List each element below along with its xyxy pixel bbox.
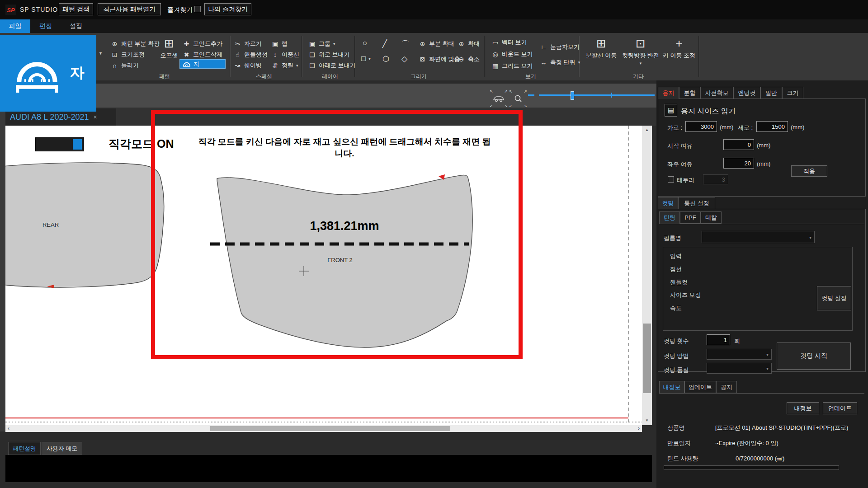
menu-tab-edit[interactable]: 편집 (30, 19, 61, 33)
update-button[interactable]: 업데이트 (823, 402, 857, 414)
ribbon-item-group[interactable]: ▣ 그룹 ▾ (308, 40, 335, 48)
ribbon-item-bound-view[interactable]: ◎ 바운드 보기 (491, 50, 533, 58)
ribbon-item-line-tool[interactable]: ╱ (382, 39, 387, 48)
cutting-method-dropdown[interactable]: ▾ (707, 349, 772, 360)
printer-icon: ▤ (668, 106, 674, 114)
ribbon-item-diamond-tool[interactable]: ◇ (401, 54, 407, 64)
tab-user-memo[interactable]: 사용자 메모 (42, 442, 82, 455)
tab-cutting[interactable]: 컷팅 (658, 197, 678, 209)
ribbon-item-cut[interactable]: ✂ 자르기 (234, 40, 262, 48)
paper-height-input[interactable] (756, 121, 788, 132)
ribbon-item-point-add[interactable]: ✚ 포인트추가 (183, 40, 222, 48)
ribbon-item-circle-tool[interactable]: ○ (363, 39, 367, 48)
pattern-search-button[interactable]: 패턴 검색 (59, 3, 93, 15)
ribbon-item-split-move[interactable]: ⊞ 분할선 이동 (583, 37, 619, 60)
ribbon-item-zoom-out[interactable]: ⊖ 축소 (458, 55, 480, 63)
ribbon-item-wrap[interactable]: ▣ 랩 (271, 40, 288, 48)
vertical-scroll-thumb[interactable] (643, 324, 651, 393)
scroll-up-icon[interactable]: ▲ (642, 127, 652, 134)
scroll-left-icon[interactable]: ‹ (8, 425, 9, 432)
fit-zoom-button[interactable]: ↖ ↗ ↙ ↘ (509, 90, 527, 107)
ribbon-item-expand-pattern[interactable]: ⊕ 패턴 부분 확장 (111, 40, 160, 48)
tab-comm-settings[interactable]: 통신 설정 (678, 197, 715, 209)
tab-update[interactable]: 업데이트 (684, 381, 716, 393)
tab-paper[interactable]: 용지 (658, 87, 679, 99)
border-input[interactable] (703, 174, 728, 184)
ribbon-item-partial-zoom[interactable]: ⊕ 부분 확대 (419, 40, 454, 48)
app-title: SP STUDIO (20, 6, 58, 13)
tab-tinting[interactable]: 틴팅 (659, 211, 680, 224)
paper-width-input[interactable] (685, 121, 717, 132)
ribbon-item-grid-view[interactable]: ▦ 그리드 보기 (491, 62, 533, 70)
tab-pattern-description[interactable]: 패턴설명 (8, 442, 41, 455)
ribbon-item-fit-screen[interactable]: ⊠ 화면에 맞춤 (419, 55, 460, 63)
menu-tab-settings[interactable]: 설정 (61, 19, 91, 33)
param-handle-cut[interactable]: 핸들컷 (670, 278, 688, 286)
favorites-checkbox[interactable] (194, 6, 201, 12)
scroll-down-icon[interactable]: ▼ (642, 417, 652, 424)
ribbon-item-stretch[interactable]: ∩ 늘리기 (111, 61, 139, 70)
scroll-right-icon[interactable]: › (638, 425, 640, 432)
zoom-slider-track[interactable] (539, 94, 655, 96)
ribbon-item-ruler-view[interactable]: ∟ 눈금자보기 (540, 43, 580, 51)
tab-notice[interactable]: 공지 (716, 381, 737, 393)
ribbon-item-zoom-in[interactable]: ⊕ 확대 (458, 40, 480, 48)
apply-button[interactable]: 적용 (791, 165, 827, 177)
hidden-dropdown-caret-icon[interactable]: ▼ (99, 51, 103, 56)
ribbon-group-label-draw: 그리기 (410, 73, 427, 80)
param-size-correction[interactable]: 사이즈 보정 (670, 291, 701, 299)
ribbon-item-hexagon-tool[interactable]: ⬡ (382, 54, 389, 64)
usage-label: 틴트 사용량 (667, 455, 698, 463)
ribbon-item-measure-unit[interactable]: ↔ 측정 단위 ▾ (540, 58, 580, 66)
ribbon-item-align[interactable]: ⇵ 정렬 ▾ (271, 61, 298, 70)
ribbon-item-offset[interactable]: ⊞ 오프셋 (159, 37, 179, 60)
tab-presecure[interactable]: 사전확보 (700, 87, 733, 99)
ribbon-item-send-up[interactable]: ❏ 위로 보내기 (308, 51, 350, 59)
cutting-start-button[interactable]: 컷팅 시작 (777, 343, 851, 370)
side-margin-input[interactable] (723, 158, 754, 169)
close-icon[interactable]: × (93, 113, 97, 121)
ribbon-item-send-down[interactable]: ❏ 아래로 보내기 (308, 61, 356, 70)
ribbon-item-resize[interactable]: ⊡ 크기조정 (111, 51, 145, 59)
fit-car-button[interactable]: ↖ ↗ ↙ ↘ (490, 90, 508, 107)
memo-textbox[interactable] (5, 455, 652, 482)
ribbon-item-handle[interactable]: ☝ 핸들생성 (234, 51, 268, 59)
cutting-quality-dropdown[interactable]: ▾ (707, 363, 772, 374)
ribbon-item-shaving[interactable]: ↝ 쉐이빙 (234, 61, 262, 70)
horizontal-scrollbar[interactable]: ‹ › (5, 425, 642, 432)
ribbon-item-arc-tool[interactable]: ⌒ (401, 39, 409, 49)
tab-general[interactable]: 일반 (760, 87, 782, 99)
ribbon-item-vector-view[interactable]: ▭ 벡터 보기 (491, 38, 527, 47)
tab-decal[interactable]: 데칼 (701, 211, 722, 224)
vertical-scrollbar[interactable]: ▲ ▼ (642, 126, 652, 425)
zoom-slider-thumb[interactable] (571, 91, 574, 100)
border-checkbox[interactable] (668, 176, 674, 183)
ribbon-item-double-line[interactable]: ↕ 이중선 (271, 51, 299, 59)
ribbon-divider (698, 36, 699, 77)
param-pressure[interactable]: 압력 (670, 252, 682, 260)
cutting-settings-button[interactable]: 컷팅 설정 (817, 286, 851, 310)
pattern-rear[interactable] (5, 163, 164, 288)
ribbon-item-point-delete[interactable]: ✖ 포인트삭제 (183, 51, 222, 59)
param-speed[interactable]: 속도 (670, 304, 682, 312)
my-favorites-button[interactable]: 나의 즐겨찾기 (204, 3, 251, 15)
ribbon-item-key-move[interactable]: + 키 이동 조정 (661, 37, 697, 60)
menu-tab-file[interactable]: 파일 (0, 19, 30, 33)
tab-size[interactable]: 크기 (782, 87, 803, 99)
param-dotted-line[interactable]: 점선 (670, 265, 682, 273)
tab-endingcut[interactable]: 엔딩컷 (733, 87, 760, 99)
horizontal-scroll-thumb[interactable] (210, 426, 450, 431)
ribbon-item-ruler[interactable]: 자 (179, 59, 226, 69)
film-name-dropdown[interactable]: ▾ (702, 231, 815, 243)
tab-ppf[interactable]: PPF (680, 211, 701, 224)
ribbon-item-cut-reverse[interactable]: ⊡ 컷팅방향 반전 ▾ (620, 37, 661, 66)
recent-patterns-button[interactable]: 최근사용 패턴열기 (98, 3, 161, 15)
tab-my-info[interactable]: 내정보 (659, 381, 684, 393)
read-paper-size-button[interactable]: ▤ (665, 104, 677, 117)
tab-split[interactable]: 분할 (679, 87, 700, 99)
ribbon-item-rect-tool[interactable]: □ ▾ (361, 54, 371, 63)
start-margin-input[interactable] (723, 139, 754, 150)
my-info-button[interactable]: 내정보 (787, 402, 819, 414)
ribbon-item-label: 컷팅방향 반전 (622, 52, 659, 60)
cutting-count-input[interactable] (707, 334, 730, 345)
